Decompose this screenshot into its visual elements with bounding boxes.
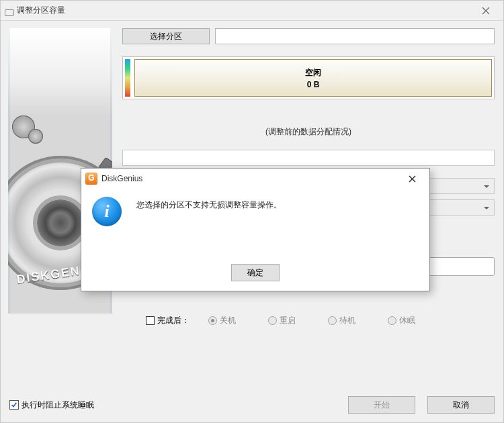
radio-hibernate-label: 休眠 xyxy=(399,315,415,326)
radio-shutdown-label: 关机 xyxy=(220,315,236,326)
titlebar: 调整分区容量 xyxy=(1,1,503,21)
start-button[interactable]: 开始 xyxy=(348,396,415,414)
radio-reboot[interactable]: 重启 xyxy=(268,315,296,326)
window-title: 调整分区容量 xyxy=(17,5,472,16)
after-complete-label: 完成后： xyxy=(157,315,190,326)
client-area: DISKGENIUS 选择分区 空闲 0 B (调整前的数据分配情况) xyxy=(1,21,503,422)
radio-standby-label: 待机 xyxy=(339,315,355,326)
after-complete-options: 完成后： 关机 重启 待机 休眠 xyxy=(122,315,495,326)
partition-free-block[interactable]: 空闲 0 B xyxy=(134,59,492,97)
radio-circle-icon xyxy=(328,316,337,325)
info-icon: i xyxy=(92,197,122,226)
pre-adjust-caption: (调整前的数据分配情况) xyxy=(122,126,495,138)
message-box-titlebar: G DiskGenius xyxy=(81,169,429,189)
chevron-down-icon xyxy=(483,183,490,189)
resize-partition-dialog: 调整分区容量 DISKGENIUS 选择分区 空闲 0 B xyxy=(0,0,504,423)
radio-reboot-label: 重启 xyxy=(280,315,296,326)
select-partition-button[interactable]: 选择分区 xyxy=(122,28,210,44)
radio-circle-icon xyxy=(208,316,217,325)
radio-shutdown[interactable]: 关机 xyxy=(208,315,236,326)
checkmark-icon xyxy=(11,402,17,408)
radio-hibernate[interactable]: 休眠 xyxy=(388,315,415,326)
message-box: G DiskGenius i 您选择的分区不支持无损调整容量操作。 确定 xyxy=(81,168,430,291)
prevent-sleep-label: 执行时阻止系统睡眠 xyxy=(22,399,94,411)
partition-color-bar xyxy=(125,59,130,97)
message-box-title: DiskGenius xyxy=(101,174,142,183)
partition-size: 0 B xyxy=(307,80,320,89)
app-small-icon xyxy=(3,5,14,16)
diskgenius-app-icon: G xyxy=(85,173,97,185)
selected-partition-field[interactable] xyxy=(215,28,495,44)
partition-name: 空闲 xyxy=(305,67,321,79)
prevent-sleep-checkbox[interactable] xyxy=(9,400,19,410)
radio-circle-icon xyxy=(268,316,277,325)
field-1[interactable] xyxy=(122,150,495,166)
cancel-button[interactable]: 取消 xyxy=(427,396,495,414)
window-close-button[interactable] xyxy=(472,3,499,19)
chevron-down-icon xyxy=(483,204,490,211)
bottom-bar: 执行时阻止系统睡眠 开始 取消 xyxy=(9,395,495,415)
radio-circle-icon xyxy=(388,316,396,325)
close-icon xyxy=(482,7,490,15)
partition-map[interactable]: 空闲 0 B xyxy=(122,56,495,99)
message-text: 您选择的分区不支持无损调整容量操作。 xyxy=(136,199,282,211)
radio-standby[interactable]: 待机 xyxy=(328,315,355,326)
message-box-close-button[interactable] xyxy=(398,171,425,186)
after-complete-checkbox[interactable] xyxy=(146,316,155,325)
ok-button[interactable]: 确定 xyxy=(231,264,280,281)
close-icon xyxy=(409,175,416,183)
